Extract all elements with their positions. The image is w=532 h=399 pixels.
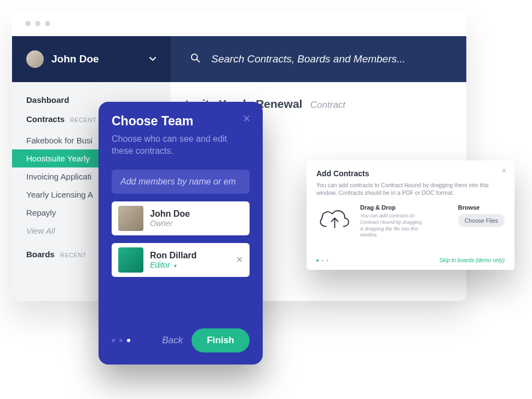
choose-files-button[interactable]: Choose Files <box>458 214 505 227</box>
back-button[interactable]: Back <box>162 335 183 346</box>
modal-subtitle: Choose who can see and edit these contra… <box>112 133 250 158</box>
window-dot <box>45 21 50 26</box>
member-role: Owner <box>150 219 190 228</box>
add-contracts-card: ✕ Add Contracts You can add contracts to… <box>307 160 514 270</box>
sidebar-contracts-sublabel: RECENT <box>70 117 96 123</box>
modal-title: Choose Team <box>112 114 250 129</box>
sidebar-boards-sublabel: RECENT <box>60 252 86 258</box>
step-dot <box>112 339 115 342</box>
cloud-upload-icon <box>316 204 351 239</box>
step-dots <box>316 259 328 262</box>
modal-footer: Back Finish <box>112 328 250 352</box>
search-bar[interactable]: Search Contracts, Boards and Members... <box>171 36 466 82</box>
member-name: John Doe <box>150 209 190 219</box>
search-placeholder: Search Contracts, Boards and Members... <box>211 53 406 65</box>
sidebar-contracts-label: Contracts <box>26 114 65 124</box>
card-footer: Skip to boards (demo only) <box>316 257 505 263</box>
avatar <box>26 50 44 68</box>
add-members-input[interactable]: Add members by name or em <box>112 170 250 194</box>
sidebar-boards-label: Boards <box>26 250 55 259</box>
svg-point-0 <box>192 54 198 60</box>
step-dot <box>127 339 130 342</box>
svg-line-1 <box>197 60 200 62</box>
user-name: John Doe <box>51 53 99 65</box>
card-title: Add Contracts <box>316 169 505 178</box>
card-body: Drag & Drop You can add contracts to Con… <box>316 204 505 239</box>
window-dot <box>25 21 31 26</box>
member-card[interactable]: John Doe Owner <box>112 201 250 235</box>
window-chrome <box>12 11 466 36</box>
step-dots <box>112 339 130 342</box>
member-role-dropdown[interactable]: Editor▾ <box>150 261 196 269</box>
chevron-down-icon: ▾ <box>174 263 176 269</box>
skip-link[interactable]: Skip to boards (demo only) <box>439 257 505 263</box>
member-name: Ron Dillard <box>150 251 196 261</box>
window-dot <box>35 21 41 26</box>
drag-drop-col[interactable]: Drag & Drop You can add contracts to Con… <box>360 204 426 239</box>
close-icon[interactable]: ✕ <box>501 167 507 175</box>
user-menu[interactable]: John Doe <box>12 36 171 82</box>
card-subtitle: You can add contracts to Contract Hound … <box>316 181 505 196</box>
member-info: John Doe Owner <box>150 209 190 228</box>
step-dot <box>119 339 123 342</box>
remove-member-icon[interactable]: ✕ <box>236 255 243 265</box>
drag-drop-desc: You can add contracts to Contract Hound … <box>360 213 426 239</box>
member-card[interactable]: Ron Dillard Editor▾ ✕ <box>112 243 250 277</box>
member-info: Ron Dillard Editor▾ <box>150 251 196 269</box>
choose-team-modal: ✕ Choose Team Choose who can see and edi… <box>99 102 263 365</box>
drag-drop-label: Drag & Drop <box>360 204 426 211</box>
page-title-tag: Contract <box>310 100 345 110</box>
step-dot <box>316 259 319 262</box>
finish-button[interactable]: Finish <box>192 328 250 352</box>
step-dot <box>321 259 323 262</box>
close-icon[interactable]: ✕ <box>242 113 251 125</box>
avatar <box>118 206 143 231</box>
step-dot <box>326 259 328 262</box>
search-icon <box>190 53 200 65</box>
chevron-down-icon <box>149 55 157 63</box>
browse-label: Browse <box>458 204 505 211</box>
browse-col: Browse Choose Files <box>458 204 505 239</box>
app-header: John Doe Search Contracts, Boards and Me… <box>12 36 466 82</box>
avatar <box>118 247 143 273</box>
member-role-label: Editor <box>150 261 170 269</box>
